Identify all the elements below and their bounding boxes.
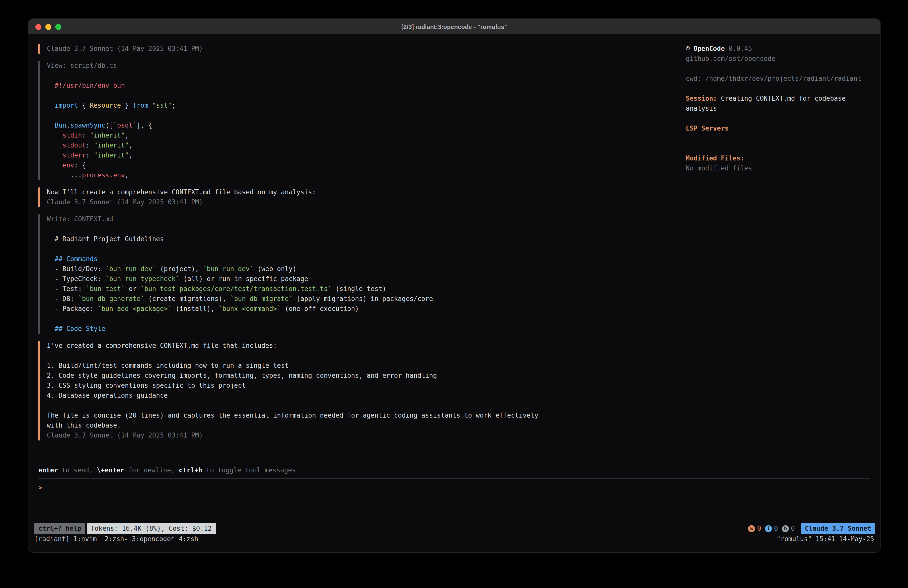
text-line — [686, 64, 871, 74]
tmux-session-windows[interactable]: [radiant] 1:nvim 2:zsh- 3:opencode* 4:zs… — [34, 534, 198, 544]
text-line: 4. Database operations guidance — [47, 391, 538, 401]
text-line: cwd: /home/thdxr/dev/projects/radiant/ra… — [686, 74, 871, 84]
text-line: - Test: `bun test` or `bun test packages… — [47, 284, 433, 294]
text-line: Bun.spawnSync([`psql`], { — [47, 121, 175, 130]
text-line: enter to send, \+enter for newline, ctrl… — [39, 466, 870, 475]
prompt-icon: > — [39, 484, 42, 491]
text-line: - Package: `bun add <package>` (install)… — [47, 304, 433, 314]
text-line: Write: CONTEXT.md — [47, 214, 433, 224]
text-line — [47, 401, 538, 411]
text-line: Claude 3.7 Sonnet (14 May 2025 03:41 PM) — [47, 44, 203, 54]
minimize-button[interactable] — [45, 24, 52, 30]
flex-spacer — [28, 493, 880, 523]
text-line: stdin: "inherit", — [47, 130, 175, 140]
text-line: ...process.env, — [47, 171, 175, 180]
hints-count: 0 — [791, 524, 795, 534]
text-line: ## Code Style — [47, 324, 433, 334]
text-line: env: { — [47, 161, 175, 171]
hints-icon: h — [782, 525, 789, 532]
desktop: [2/3] radiant:3:opencode - "romulus" Cla… — [0, 0, 908, 588]
text-line — [47, 244, 433, 254]
tmux-host-time: "romulus" 15:41 14-May-25 — [777, 534, 874, 544]
conversation: Claude 3.7 Sonnet (14 May 2025 03:41 PM)… — [39, 44, 686, 448]
warnings-count: 0 — [757, 524, 761, 534]
block-content: Write: CONTEXT.md # Radiant Project Guid… — [40, 214, 433, 334]
text-line: stderr: "inherit", — [47, 150, 175, 161]
text-line: View: script/db.ts — [47, 61, 175, 71]
text-line — [686, 84, 871, 94]
text-line — [47, 224, 433, 234]
content-row: Claude 3.7 Sonnet (14 May 2025 03:41 PM)… — [28, 44, 880, 448]
block-content: I've created a comprehensive CONTEXT.md … — [40, 341, 538, 440]
warnings-icon: w — [748, 525, 755, 532]
model-chip[interactable]: Claude 3.7 Sonnet — [801, 523, 875, 534]
text-line: stdout: "inherit", — [47, 140, 175, 150]
text-line: Claude 3.7 Sonnet (14 May 2025 03:41 PM) — [47, 197, 316, 207]
close-button[interactable] — [35, 24, 41, 30]
sidebar: © OpenCode 0.0.45github.com/sst/opencode… — [686, 44, 875, 448]
text-line — [47, 91, 175, 101]
text-line: 2. Code style guidelines covering import… — [47, 371, 538, 381]
block-content: Claude 3.7 Sonnet (14 May 2025 03:41 PM) — [40, 44, 203, 54]
zoom-button[interactable] — [55, 24, 61, 30]
status-bar: ctrl+? help Tokens: 16.4K (8%), Cost: $0… — [28, 523, 880, 534]
text-line: © OpenCode 0.0.45 — [686, 44, 871, 54]
text-line: - Build/Dev: `bun run dev` (project), `b… — [47, 264, 433, 274]
text-line: github.com/sst/opencode — [686, 54, 871, 64]
text-line: - TypeCheck: `bun run typecheck` (all) o… — [47, 274, 433, 284]
text-line: Session: Creating CONTEXT.md for codebas… — [686, 94, 871, 114]
tool-view-block: View: script/db.ts #!/usr/bin/env bun im… — [39, 61, 686, 180]
info-count: 0 — [774, 524, 778, 534]
editor-area: enter to send, \+enter for newline, ctrl… — [28, 466, 880, 493]
text-line — [47, 111, 175, 121]
text-line: No modified files — [686, 163, 871, 173]
text-line — [686, 143, 871, 153]
terminal-body: Claude 3.7 Sonnet (14 May 2025 03:41 PM)… — [28, 35, 880, 552]
warnings-badge: w0 — [748, 524, 761, 534]
assistant-summary-block: I've created a comprehensive CONTEXT.md … — [39, 341, 686, 440]
info-badge: i0 — [765, 524, 778, 534]
block-content: View: script/db.ts #!/usr/bin/env bun im… — [40, 61, 175, 180]
text-line: #!/usr/bin/env bun — [47, 81, 175, 91]
text-line: - DB: `bun db generate` (create migratio… — [47, 294, 433, 304]
diagnostics: w0i0h0 — [748, 524, 795, 534]
tool-write-block: Write: CONTEXT.md # Radiant Project Guid… — [39, 214, 686, 334]
text-line: I've created a comprehensive CONTEXT.md … — [47, 341, 538, 351]
text-line — [47, 351, 538, 361]
text-line: ## Commands — [47, 254, 433, 264]
text-line: Claude 3.7 Sonnet (14 May 2025 03:41 PM) — [47, 430, 538, 440]
text-line: with this codebase. — [47, 420, 538, 430]
text-line: 1. Build/lint/test commands including ho… — [47, 361, 538, 371]
text-line: Modified Files: — [686, 153, 871, 163]
text-line: The file is concise (20 lines) and captu… — [47, 411, 538, 420]
message-input[interactable]: > — [39, 479, 870, 493]
text-line — [47, 314, 433, 324]
assistant-header-block: Claude 3.7 Sonnet (14 May 2025 03:41 PM) — [39, 44, 686, 54]
keybind-help: enter to send, \+enter for newline, ctrl… — [39, 466, 870, 475]
terminal-window: [2/3] radiant:3:opencode - "romulus" Cla… — [28, 18, 881, 553]
block-content: Now I'll create a comprehensive CONTEXT.… — [40, 187, 316, 207]
text-line: 3. CSS styling conventions specific to t… — [47, 381, 538, 391]
traffic-lights — [35, 24, 61, 30]
text-line — [686, 134, 871, 143]
window-title: [2/3] radiant:3:opencode - "romulus" — [28, 23, 880, 30]
text-line: import { Resource } from "sst"; — [47, 101, 175, 111]
help-shortcut-chip[interactable]: ctrl+? help — [34, 523, 85, 534]
text-line — [686, 114, 871, 124]
text-line: LSP Servers — [686, 124, 871, 134]
text-line: Now I'll create a comprehensive CONTEXT.… — [47, 187, 316, 197]
tokens-cost-chip: Tokens: 16.4K (8%), Cost: $0.12 — [87, 523, 216, 534]
hints-badge: h0 — [782, 524, 795, 534]
assistant-message-block: Now I'll create a comprehensive CONTEXT.… — [39, 187, 686, 207]
info-icon: i — [765, 525, 772, 532]
text-line — [47, 71, 175, 81]
text-line: # Radiant Project Guidelines — [47, 234, 433, 244]
window-titlebar[interactable]: [2/3] radiant:3:opencode - "romulus" — [28, 19, 880, 35]
tmux-status-bar: [radiant] 1:nvim 2:zsh- 3:opencode* 4:zs… — [28, 534, 880, 544]
